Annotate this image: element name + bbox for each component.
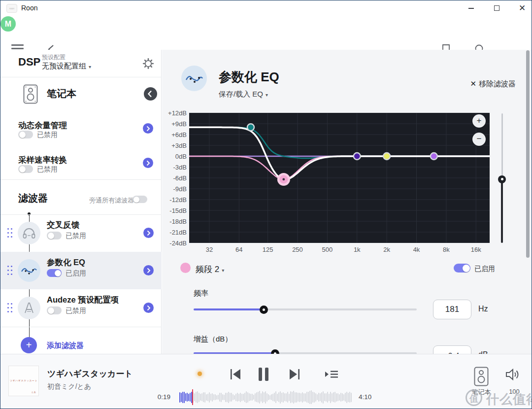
waveform-bar	[329, 394, 330, 401]
preset-dropdown[interactable]: 无预设配置组▾	[42, 62, 91, 71]
gain-vertical-slider-track[interactable]	[501, 113, 503, 179]
headroom-status: 已禁用	[37, 131, 58, 139]
eq-band-point-4[interactable]	[383, 153, 390, 160]
sample-rate-open-button[interactable]	[143, 158, 153, 168]
sample-rate-toggle[interactable]	[18, 165, 33, 173]
eq-graph[interactable]	[189, 113, 490, 243]
waveform-bar	[330, 392, 331, 403]
waveform-bar	[224, 395, 225, 400]
x-tick-label: 2k	[376, 246, 398, 253]
eq-band-point-1[interactable]	[247, 124, 254, 131]
drag-handle-icon[interactable]	[7, 266, 12, 275]
track-artist[interactable]: 初音ミク/とあ	[47, 382, 91, 391]
waveform-bar	[320, 393, 321, 401]
eq-band-point-5[interactable]	[431, 153, 437, 160]
save-load-eq-dropdown[interactable]: 保存/载入 EQ▾	[219, 90, 268, 99]
previous-track-icon[interactable]	[230, 369, 241, 380]
gain-vertical-slider-knob[interactable]	[498, 175, 506, 183]
waveform-bar	[235, 394, 236, 401]
crossfeed-toggle[interactable]	[47, 232, 62, 239]
waveform-bar	[348, 393, 349, 402]
dsp-title: DSP	[18, 56, 40, 68]
gain-slider-knob[interactable]	[271, 349, 279, 354]
waveform-bar	[181, 393, 182, 402]
playhead-marker[interactable]	[192, 389, 193, 405]
parametric-eq-toggle[interactable]	[47, 269, 62, 277]
waveform-bar	[317, 394, 318, 400]
collapse-panel-button[interactable]	[144, 87, 157, 101]
headroom-toggle[interactable]	[18, 131, 33, 138]
waveform-bar	[261, 393, 262, 402]
roon-window: roon Roon ✕ M DSP 预设配置 无预设配置组▾	[0, 0, 532, 409]
waveform-bar	[314, 392, 315, 403]
speaker-zone-icon	[23, 84, 38, 104]
band-selector-dropdown[interactable]: 频段 2▾	[196, 264, 224, 275]
scrollbar-thumb[interactable]	[526, 50, 530, 258]
frequency-input[interactable]: 181	[433, 300, 471, 319]
signal-path-light[interactable]	[198, 372, 202, 376]
eq-band-point-3[interactable]	[354, 153, 361, 160]
parametric-eq-open-button[interactable]	[143, 265, 154, 275]
queue-icon[interactable]	[325, 370, 338, 379]
waveform-bar	[215, 394, 216, 400]
waveform-bar	[201, 393, 202, 401]
waveform-bar	[299, 393, 300, 402]
y-tick-label: -21dB	[162, 229, 187, 236]
track-title[interactable]: ツギハギスタッカート	[47, 368, 133, 379]
crossfeed-open-button[interactable]	[143, 228, 154, 238]
add-filter-button[interactable]: +	[21, 337, 37, 353]
waveform-seekbar[interactable]	[179, 389, 353, 406]
y-tick-label: +9dB	[162, 120, 187, 128]
frequency-label: 频率	[194, 289, 208, 298]
frequency-slider[interactable]	[194, 308, 417, 310]
x-tick-label: 16k	[465, 246, 487, 253]
waveform-bar	[281, 393, 282, 402]
filter-row-parametric-eq[interactable]: 参数化 EQ 已启用	[0, 252, 162, 289]
drag-handle-icon[interactable]	[7, 228, 12, 238]
bypass-all-toggle[interactable]	[133, 196, 147, 203]
waveform-bar	[219, 393, 220, 402]
frequency-slider-knob[interactable]	[260, 306, 268, 314]
x-tick-label: 250	[287, 246, 308, 253]
player-bar: ツギハギスタッカート とあ ツギハギスタッカート 初音ミク/とあ 0:19 4:…	[0, 354, 532, 409]
audeze-toggle[interactable]	[47, 307, 62, 314]
caret-down-icon: ▾	[89, 64, 91, 69]
gain-input[interactable]: -6.4	[433, 345, 471, 354]
pause-button[interactable]	[259, 368, 269, 381]
add-filter-label[interactable]: 添加滤波器	[47, 341, 84, 350]
gear-icon[interactable]	[142, 58, 154, 69]
waveform-bar	[259, 391, 260, 404]
audeze-open-button[interactable]	[143, 303, 154, 313]
bypass-all-label: 旁通所有滤波器	[89, 196, 134, 205]
waveform-bar	[306, 392, 307, 403]
zoom-in-button[interactable]: +	[472, 114, 486, 128]
maximize-button[interactable]	[485, 0, 508, 16]
album-art[interactable]: ツギハギスタッカート とあ	[8, 366, 39, 396]
waveform-bar	[337, 393, 338, 401]
close-button[interactable]: ✕	[511, 0, 532, 16]
volume-icon[interactable]	[506, 368, 521, 381]
band-enabled-toggle[interactable]	[454, 264, 470, 273]
processor-sample-rate[interactable]: 采样速率转换	[18, 155, 67, 166]
avatar[interactable]: M	[0, 16, 16, 32]
zoom-out-button[interactable]: −	[472, 133, 486, 146]
waveform-bar	[351, 393, 352, 402]
filter-row-crossfeed[interactable]: 交叉反馈 已禁用	[0, 214, 162, 252]
waveform-bar	[243, 394, 244, 401]
remove-filter-button[interactable]: ✕移除滤波器	[470, 79, 516, 89]
y-tick-label: -18dB	[162, 218, 187, 225]
zone-speaker-icon[interactable]	[474, 367, 489, 386]
waveform-bar	[309, 391, 310, 404]
gain-vertical-slider-fill[interactable]	[501, 179, 503, 243]
processor-headroom[interactable]: 动态余量管理	[18, 120, 67, 131]
minimize-button[interactable]	[460, 0, 482, 16]
waveform-bar	[278, 392, 279, 402]
next-track-icon[interactable]	[289, 369, 300, 380]
waveform-bar	[275, 391, 276, 403]
waveform-bar	[190, 393, 191, 402]
waveform-bar	[311, 390, 312, 404]
filter-row-audeze[interactable]: Audeze 预设配置项 已禁用	[0, 289, 162, 327]
eq-band-point-2[interactable]	[277, 173, 290, 186]
drag-handle-icon[interactable]	[7, 303, 12, 313]
headroom-open-button[interactable]	[143, 123, 153, 134]
